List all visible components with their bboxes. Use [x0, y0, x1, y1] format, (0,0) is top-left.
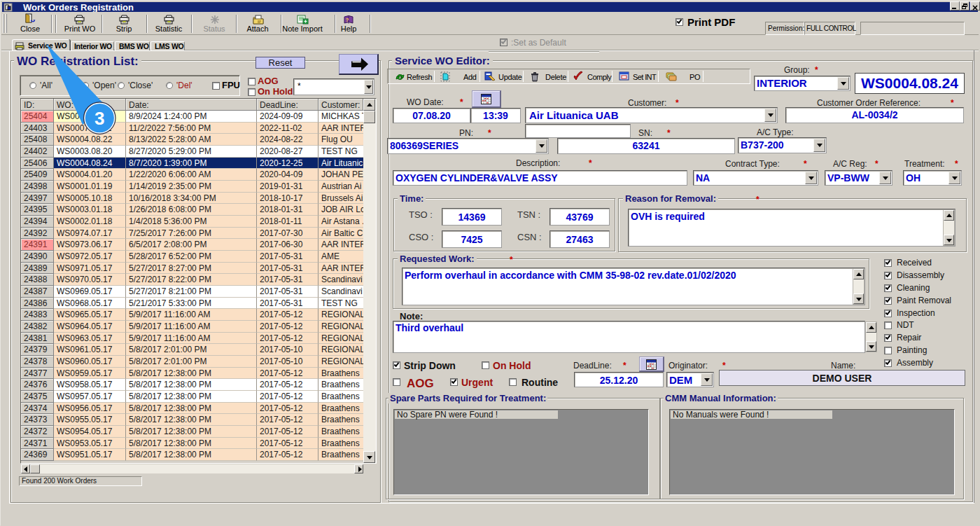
- svg-text:3: 3: [94, 108, 104, 129]
- svg-text:?: ?: [346, 17, 349, 23]
